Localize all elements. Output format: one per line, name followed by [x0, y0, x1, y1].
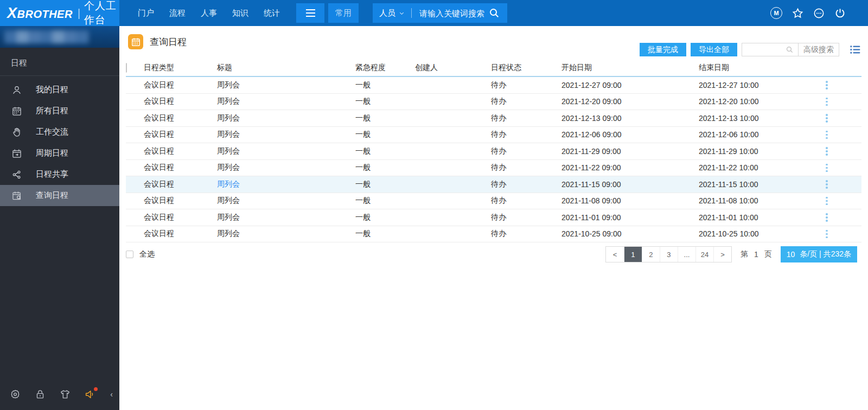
more-icon[interactable]	[812, 7, 825, 20]
row-menu-icon[interactable]	[821, 81, 832, 89]
table-row[interactable]: 会议日程周列会一般待办2021-11-08 09:002021-11-08 10…	[126, 193, 861, 210]
cell-title-link[interactable]: 周列会	[217, 163, 355, 172]
page-button[interactable]: 2	[642, 247, 660, 262]
cell-schedule-type: 会议日程	[144, 146, 217, 156]
topnav-item[interactable]: 知识	[225, 0, 256, 26]
row-menu-icon[interactable]	[821, 213, 832, 222]
calendar-search-icon	[11, 190, 22, 201]
page-button[interactable]: 3	[660, 247, 678, 262]
table-row[interactable]: 会议日程周列会一般待办2021-11-01 09:002021-11-01 10…	[126, 209, 861, 226]
cell-title-link[interactable]: 周列会	[217, 130, 355, 139]
topnav-item[interactable]: 人事	[193, 0, 225, 26]
row-menu-icon[interactable]	[821, 164, 832, 172]
table-row[interactable]: 会议日程周列会一般待办2021-12-06 09:002021-12-06 10…	[126, 127, 861, 144]
row-menu-icon[interactable]	[821, 98, 832, 106]
cell-title-link[interactable]: 周列会	[217, 196, 355, 206]
sidebar-item[interactable]: 周期日程	[0, 143, 119, 164]
topnav-item[interactable]: 流程	[162, 0, 193, 26]
cell-schedule-type: 会议日程	[144, 80, 217, 90]
topnav-item[interactable]: 门户	[130, 0, 162, 26]
export-all-button[interactable]: 导出全部	[691, 43, 737, 56]
column-header[interactable]: 标题	[217, 63, 355, 73]
notification-dot	[94, 387, 98, 391]
topnav-item[interactable]: 统计	[256, 0, 288, 26]
page-button[interactable]: 1	[624, 247, 642, 262]
column-header[interactable]: 日程状态	[491, 63, 561, 73]
page-jump-value[interactable]: 1	[754, 250, 758, 259]
power-icon[interactable]	[833, 7, 846, 20]
table-row[interactable]: 会议日程周列会一般待办2021-12-27 09:002021-12-27 10…	[126, 77, 861, 94]
table-header-row: 日程类型 标题 紧急程度 创建人 日程状态 开始日期 结束日期	[126, 60, 861, 76]
table-row[interactable]: 会议日程周列会一般待办2021-11-22 09:002021-11-22 10…	[126, 160, 861, 177]
search-category-dropdown[interactable]: 人员	[379, 8, 405, 18]
cell-start-date: 2021-12-06 09:00	[561, 130, 699, 139]
sidebar-item[interactable]: 日程共享	[0, 164, 119, 185]
cell-title-link[interactable]: 周列会	[217, 80, 355, 90]
table-search-input[interactable]	[742, 43, 781, 56]
quick-access-button[interactable]: 常用	[328, 3, 359, 23]
star-icon[interactable]	[791, 7, 804, 20]
sidebar-item-label: 周期日程	[36, 148, 68, 158]
column-header[interactable]: 开始日期	[561, 63, 699, 73]
table-row[interactable]: 会议日程周列会一般待办2021-11-29 09:002021-11-29 10…	[126, 143, 861, 160]
page-size-info: 条/页 | 共232条	[800, 249, 851, 259]
cell-title-link[interactable]: 周列会	[217, 213, 355, 222]
column-header[interactable]: 紧急程度	[355, 63, 415, 73]
select-all-checkbox[interactable]	[126, 251, 133, 258]
page-button[interactable]: ...	[678, 247, 695, 262]
announcement-speaker-icon[interactable]	[84, 388, 96, 400]
cell-status: 待办	[491, 146, 561, 156]
cell-schedule-type: 会议日程	[144, 163, 217, 172]
apps-menu-button[interactable]	[296, 3, 324, 23]
calendar-repeat-icon	[11, 148, 22, 159]
row-menu-icon[interactable]	[821, 147, 832, 156]
list-view-icon[interactable]	[849, 43, 861, 56]
table-row[interactable]: 会议日程周列会一般待办2021-12-20 09:002021-12-20 10…	[126, 94, 861, 111]
select-all-label: 全选	[139, 249, 155, 259]
table-row[interactable]: 会议日程周列会一般待办2021-12-13 09:002021-12-13 10…	[126, 110, 861, 127]
cell-end-date: 2021-12-20 10:00	[699, 97, 821, 106]
row-menu-icon[interactable]	[821, 197, 832, 206]
row-menu-icon[interactable]	[821, 131, 832, 139]
cell-title-link[interactable]: 周列会	[217, 146, 355, 156]
prev-page-button[interactable]: <	[606, 247, 624, 262]
search-icon[interactable]	[785, 45, 794, 54]
cell-end-date: 2021-10-25 10:00	[699, 229, 821, 238]
cell-title-link[interactable]: 周列会	[217, 180, 355, 189]
sidebar-item[interactable]: 我的日程	[0, 79, 119, 100]
row-menu-icon[interactable]	[821, 114, 832, 123]
batch-complete-button[interactable]: 批量完成	[640, 43, 686, 56]
sidebar-collapse-arrow[interactable]: ‹	[109, 390, 114, 399]
column-header[interactable]: 日程类型	[144, 63, 217, 73]
table-row[interactable]: 会议日程周列会一般待办2021-11-15 09:002021-11-15 10…	[126, 176, 861, 193]
search-icon[interactable]	[488, 7, 501, 20]
pagination-group: <123...24>	[605, 246, 732, 262]
cell-title-link[interactable]: 周列会	[217, 229, 355, 239]
page-title: 查询日程	[150, 36, 187, 48]
cell-start-date: 2021-11-22 09:00	[561, 163, 699, 172]
row-menu-icon[interactable]	[821, 180, 832, 189]
next-page-button[interactable]: >	[713, 247, 731, 262]
advanced-search-button[interactable]: 高级搜索	[798, 43, 839, 56]
theme-shirt-icon[interactable]	[59, 388, 71, 400]
select-all-header-checkbox[interactable]	[126, 63, 127, 73]
m-badge-icon[interactable]: M	[770, 7, 783, 20]
column-header[interactable]: 创建人	[415, 63, 491, 73]
row-menu-icon[interactable]	[821, 230, 832, 239]
page-size-selector[interactable]: 10 条/页 | 共232条	[781, 246, 857, 262]
page-button[interactable]: 24	[695, 247, 713, 262]
table-search-box: 高级搜索	[742, 43, 839, 56]
logo-area[interactable]: XBROTHER | 个人工作台	[0, 0, 119, 26]
lock-icon[interactable]	[34, 388, 46, 400]
cell-title-link[interactable]: 周列会	[217, 113, 355, 123]
global-search-input[interactable]	[418, 8, 488, 18]
table-row[interactable]: 会议日程周列会一般待办2021-10-25 09:002021-10-25 10…	[126, 226, 861, 243]
settings-gear-icon[interactable]	[9, 388, 21, 400]
column-header[interactable]: 结束日期	[699, 63, 821, 73]
sidebar-item[interactable]: 查询日程	[0, 185, 119, 206]
sidebar-item[interactable]: 所有日程	[0, 100, 119, 121]
select-all-control[interactable]: 全选	[126, 249, 155, 259]
sidebar-item[interactable]: 工作交流	[0, 121, 119, 143]
cell-title-link[interactable]: 周列会	[217, 97, 355, 106]
hand-icon	[11, 127, 22, 138]
